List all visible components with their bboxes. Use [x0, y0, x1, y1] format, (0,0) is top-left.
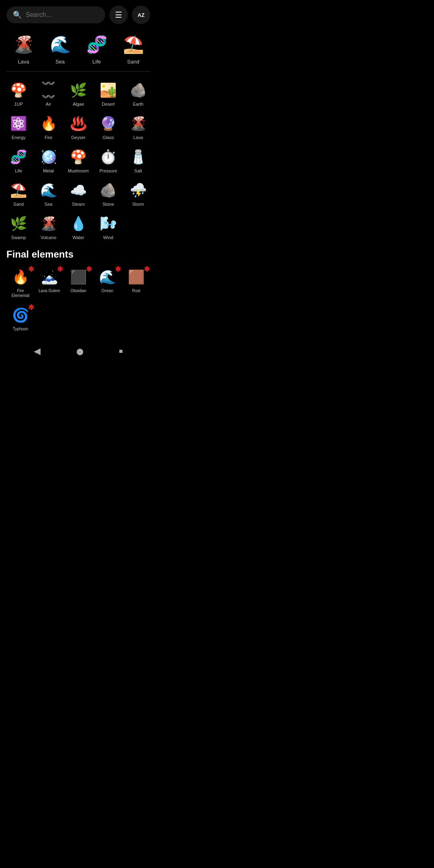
- storm-label: Storm: [132, 202, 144, 207]
- final-section-title: Final elements: [6, 249, 150, 260]
- recent-item-sand[interactable]: ⛱️ Sand: [116, 31, 150, 65]
- volcano-icon: 🌋: [38, 213, 59, 234]
- sea-label: Sea: [55, 59, 65, 65]
- grid-item-salt[interactable]: 🧂 Salt: [124, 144, 153, 176]
- recent-item-sea[interactable]: 🌊 Sea: [43, 31, 77, 65]
- glass-label: Glass: [102, 135, 114, 140]
- recent-button[interactable]: ■: [119, 348, 123, 355]
- nav-bar: ◀ ⬤ ■: [0, 340, 157, 363]
- grid-item-lava[interactable]: 🌋 Lava: [124, 111, 153, 142]
- sort-button[interactable]: AZ: [132, 6, 150, 24]
- salt-icon: 🧂: [128, 146, 149, 167]
- algae-icon: 🌿: [68, 80, 89, 100]
- grid-item-sand[interactable]: ⛱️ Sand: [4, 177, 33, 209]
- earth-icon: 🪨: [128, 80, 149, 100]
- star-badge-rust: ✱: [144, 265, 150, 274]
- water-label: Water: [73, 235, 84, 240]
- water-icon: 💧: [68, 213, 89, 234]
- grid-item-geyser[interactable]: ♨️ Geyser: [64, 111, 93, 142]
- grid-item-1up[interactable]: 🍄 1UP: [4, 77, 33, 109]
- wind-icon: 🌬️: [98, 213, 119, 234]
- life-icon: 🧬: [84, 31, 110, 57]
- grid-item-pressure[interactable]: ⏱️ Pressure: [94, 144, 123, 176]
- desert-icon: 🏜️: [98, 80, 119, 100]
- lava-golem-label: Lava Golem: [39, 289, 60, 293]
- lava2-icon: 🌋: [128, 113, 149, 134]
- filter-button[interactable]: ☰: [109, 6, 128, 24]
- mushroom-icon: 🍄: [68, 146, 89, 167]
- grid-item-water[interactable]: 💧 Water: [64, 211, 93, 242]
- obsidian-icon: ⬛ ✱: [68, 266, 89, 287]
- fire-elemental-label: FireElemental: [12, 289, 29, 298]
- recent-item-lava[interactable]: 🌋 Lava: [6, 31, 41, 65]
- sand-label: Sand: [127, 59, 139, 65]
- swamp-icon: 🌿: [8, 213, 29, 234]
- energy-icon: ⚛️: [8, 113, 29, 134]
- grid-item-air[interactable]: 〰️〰️ Air: [34, 77, 63, 109]
- star-badge-lava-golem: ✱: [57, 265, 63, 274]
- grid-item-desert[interactable]: 🏜️ Desert: [94, 77, 123, 109]
- energy-label: Energy: [12, 135, 26, 140]
- grid-item-life[interactable]: 🧬 Life: [4, 144, 33, 176]
- obsidian-label: Obsidian: [70, 289, 86, 293]
- final-item-fire-elemental[interactable]: 🔥 ✱ FireElemental: [6, 264, 35, 301]
- grid-item-volcano[interactable]: 🌋 Volcano: [34, 211, 63, 242]
- storm-icon: ⛈️: [128, 180, 149, 201]
- life2-icon: 🧬: [8, 146, 29, 167]
- pressure-label: Pressure: [99, 168, 117, 173]
- steam-icon: ☁️: [68, 180, 89, 201]
- mushroom-label: Mushroom: [68, 168, 89, 173]
- life-label: Life: [92, 59, 101, 65]
- final-elements-section: Final elements 🔥 ✱ FireElemental 🗻 ✱ Lav…: [0, 244, 157, 336]
- back-button[interactable]: ◀: [34, 346, 41, 356]
- recent-item-life[interactable]: 🧬 Life: [80, 31, 114, 65]
- grid-item-energy[interactable]: ⚛️ Energy: [4, 111, 33, 142]
- swamp-label: Swamp: [11, 235, 26, 240]
- final-item-obsidian[interactable]: ⬛ ✱ Obsidian: [64, 264, 92, 301]
- grid-item-storm[interactable]: ⛈️ Storm: [124, 177, 153, 209]
- lava-golem-icon: 🗻 ✱: [39, 266, 60, 287]
- grid-item-steam[interactable]: ☁️ Steam: [64, 177, 93, 209]
- star-badge-obsidian: ✱: [86, 265, 92, 274]
- grid-item-stone[interactable]: 🪨 Stone: [94, 177, 123, 209]
- grid-item-metal[interactable]: 🪩 Metal: [34, 144, 63, 176]
- lava-label: Lava: [18, 59, 29, 65]
- life2-label: Life: [15, 168, 22, 173]
- home-button[interactable]: ⬤: [76, 348, 84, 355]
- grid-item-earth[interactable]: 🪨 Earth: [124, 77, 153, 109]
- search-bar[interactable]: 🔍: [6, 6, 105, 23]
- grid-item-glass[interactable]: 🔮 Glass: [94, 111, 123, 142]
- star-badge-ocean: ✱: [115, 265, 121, 274]
- lava-icon: 🌋: [11, 31, 37, 57]
- star-badge-fire-elemental: ✱: [28, 265, 34, 274]
- recent-items-row: 🌋 Lava 🌊 Sea 🧬 Life ⛱️ Sand: [0, 28, 157, 67]
- grid-item-fire[interactable]: 🔥 Fire: [34, 111, 63, 142]
- elements-grid: 🍄 1UP 〰️〰️ Air 🌿 Algae 🏜️ Desert 🪨 Earth…: [4, 77, 153, 242]
- search-input[interactable]: [26, 11, 99, 18]
- fire-label: Fire: [45, 135, 52, 140]
- sort-icon: AZ: [137, 12, 144, 18]
- final-elements-grid: 🔥 ✱ FireElemental 🗻 ✱ Lava Golem ⬛ ✱ Obs…: [6, 264, 150, 334]
- air-icon: 〰️〰️: [38, 80, 59, 100]
- lava2-label: Lava: [133, 135, 143, 140]
- sand2-label: Sand: [13, 202, 24, 207]
- air-label: Air: [46, 102, 51, 106]
- grid-item-algae[interactable]: 🌿 Algae: [64, 77, 93, 109]
- final-item-typhoon[interactable]: 🌀 ✱ Typhoon: [6, 302, 35, 334]
- star-badge-typhoon: ✱: [28, 303, 34, 312]
- fire-elemental-icon: 🔥 ✱: [10, 266, 31, 287]
- sea2-label: Sea: [45, 202, 53, 207]
- final-item-ocean[interactable]: 🌊 ✱ Ocean: [93, 264, 121, 301]
- grid-item-wind[interactable]: 🌬️ Wind: [94, 211, 123, 242]
- sea-icon: 🌊: [47, 31, 73, 57]
- rust-label: Rust: [132, 289, 141, 293]
- final-item-lava-golem[interactable]: 🗻 ✱ Lava Golem: [35, 264, 63, 301]
- filter-icon: ☰: [115, 10, 122, 20]
- final-item-rust[interactable]: 🟫 ✱ Rust: [122, 264, 150, 301]
- grid-item-mushroom[interactable]: 🍄 Mushroom: [64, 144, 93, 176]
- grid-item-swamp[interactable]: 🌿 Swamp: [4, 211, 33, 242]
- algae-label: Algae: [73, 102, 84, 106]
- salt-label: Salt: [134, 168, 142, 173]
- 1up-icon: 🍄: [8, 80, 29, 100]
- grid-item-sea[interactable]: 🌊 Sea: [34, 177, 63, 209]
